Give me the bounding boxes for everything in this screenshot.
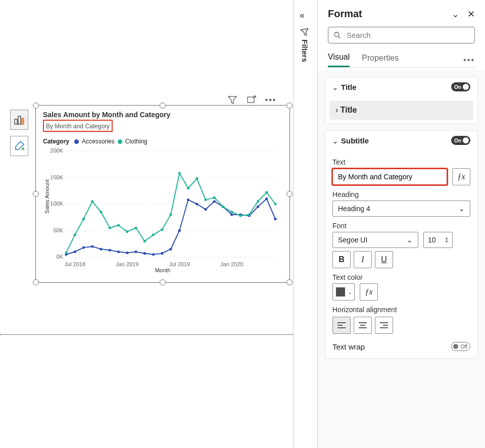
svg-point-47 [91,200,93,203]
svg-point-66 [257,200,259,203]
search-box[interactable] [328,27,475,43]
font-field-label: Font [332,222,470,230]
svg-text:100K: 100K [50,201,63,207]
more-options-button[interactable]: ••• [265,94,277,106]
subtitle-text-input[interactable] [332,169,447,185]
tab-visual[interactable]: Visual [328,53,350,67]
filters-funnel-icon [300,27,311,40]
title-card-label: Title [341,83,357,91]
filter-icon-button[interactable] [226,94,238,106]
svg-point-21 [82,246,85,249]
svg-point-27 [134,251,137,253]
svg-text:Jul 2018: Jul 2018 [64,261,85,267]
chart-title: Sales Amount by Month and Category [43,111,282,119]
heading-select[interactable]: Heading 4 ⌄ [332,201,470,217]
chart-svg: 0K50K100K150K200KJul 2018Jan 2019Jul 201… [43,148,280,269]
underline-button[interactable]: U [375,251,393,268]
format-pane: Format ⌄ ✕ Visual Properties ••• ⌄Title … [317,0,485,448]
chevron-right-icon: › [335,106,338,114]
resize-handle[interactable] [286,191,293,197]
align-right-button[interactable] [375,317,393,334]
font-family-select[interactable]: Segoe UI ⌄ [332,232,418,248]
svg-point-53 [143,240,146,242]
svg-point-43 [274,218,276,220]
collapse-pane-button[interactable]: ⌄ [452,9,459,20]
svg-text:Jan 2020: Jan 2020 [220,261,243,267]
resize-handle[interactable] [286,279,293,285]
svg-point-28 [143,252,146,255]
svg-text:Jan 2019: Jan 2019 [116,261,138,267]
report-canvas[interactable]: + ••• Sales Amount by Month and Category… [0,0,293,448]
svg-point-23 [100,248,102,251]
svg-text:150K: 150K [50,174,63,180]
chevron-down-icon: ⌄ [332,137,338,145]
title-card: ⌄Title On › Title [325,77,478,124]
svg-point-69 [334,32,339,37]
fx-icon: ƒx [365,287,372,296]
legend-swatch-clothing [118,139,122,144]
svg-point-42 [265,197,268,200]
resize-handle[interactable] [160,279,166,285]
bold-button[interactable]: B [332,251,351,268]
title-toggle[interactable]: On [451,82,470,91]
fx-button[interactable]: ƒx [360,283,378,301]
svg-point-63 [230,211,233,213]
subtitle-card: ⌄Subtitle On Text ƒx Heading Heading 4 ⌄… [325,130,478,359]
expand-filters-button[interactable]: « [300,10,305,21]
close-icon: ✕ [467,9,475,19]
tabs-more-button[interactable]: ••• [463,56,475,65]
align-center-button[interactable] [354,317,372,334]
svg-point-30 [161,252,163,255]
resize-handle[interactable] [286,103,293,109]
svg-point-20 [74,251,76,253]
subtitle-card-header[interactable]: ⌄Subtitle On [325,131,477,150]
text-color-picker[interactable]: ⌄ [332,283,355,301]
resize-handle[interactable] [33,103,39,109]
svg-text:0K: 0K [57,254,64,260]
visual-header-tools: ••• [226,94,277,106]
svg-point-45 [74,233,76,236]
resize-handle[interactable] [33,191,39,197]
line-chart-visual[interactable]: Sales Amount by Month and Category By Mo… [35,105,290,283]
tool-chart-button[interactable] [10,110,28,130]
resize-handle[interactable] [160,103,166,109]
filters-label[interactable]: Filters [301,39,309,62]
svg-point-62 [222,206,224,208]
title-card-header[interactable]: ⌄Title On [325,77,477,96]
chevron-down-icon: ⌄ [407,236,413,244]
font-size-input[interactable]: 10 ▴▾ [423,232,453,248]
tab-properties[interactable]: Properties [362,54,399,67]
svg-point-44 [65,252,67,254]
focus-mode-button[interactable] [246,94,258,106]
svg-point-56 [169,213,172,216]
svg-point-67 [265,191,268,193]
fx-button[interactable]: ƒx [452,168,470,185]
paintbrush-icon: + [14,140,25,152]
align-left-button[interactable] [332,317,351,334]
subtitle-toggle[interactable]: On [451,136,470,145]
funnel-icon [227,95,237,105]
legend-swatch-accessories [74,139,79,144]
title-subcard[interactable]: › Title [329,101,473,120]
chevron-down-icon: ⌄ [348,289,352,295]
text-wrap-toggle[interactable]: Off [451,342,470,351]
chart-legend: Category Accessories Clothing [43,138,282,145]
focus-icon [247,95,257,105]
svg-point-65 [248,213,251,216]
font-size-value: 10 [428,236,436,244]
search-input[interactable] [346,30,469,40]
svg-point-32 [178,229,181,232]
legend-label: Category [43,138,69,145]
svg-point-34 [196,203,198,205]
spinner-icon: ▴▾ [446,236,448,243]
italic-button[interactable]: I [354,251,372,268]
close-pane-button[interactable]: ✕ [467,9,475,20]
svg-point-49 [109,227,111,229]
resize-handle[interactable] [33,279,39,285]
svg-text:+: + [21,145,25,152]
text-wrap-label: Text wrap [332,342,365,351]
page-border [0,334,293,335]
svg-point-46 [82,218,85,220]
tool-brush-button[interactable]: + [10,136,28,156]
svg-point-64 [239,215,241,217]
